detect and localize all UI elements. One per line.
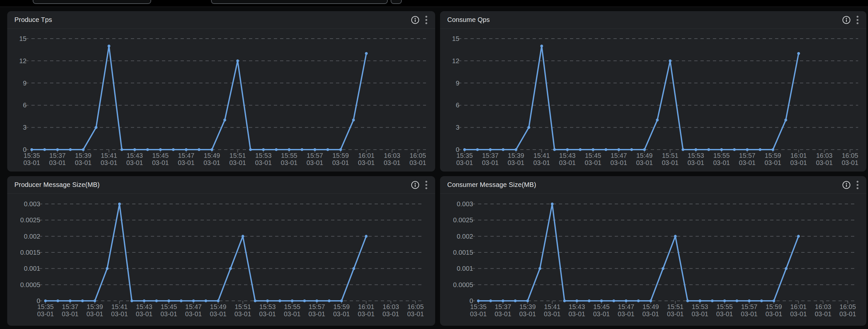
info-icon[interactable] [411,181,420,189]
svg-text:03-01: 03-01 [482,159,499,166]
svg-text:6: 6 [23,101,27,109]
svg-text:03-01: 03-01 [559,159,576,166]
svg-text:03-01: 03-01 [495,310,512,318]
svg-text:03-01: 03-01 [382,310,399,318]
svg-text:15:41: 15:41 [111,303,128,310]
svg-text:03-01: 03-01 [456,159,473,166]
svg-text:15:51: 15:51 [229,152,246,159]
svg-text:15:43: 15:43 [127,152,143,159]
consume-qps-chart[interactable]: 0369121515:3503-0115:3703-0115:3903-0115… [440,29,866,172]
svg-text:03-01: 03-01 [49,159,66,166]
svg-text:16:03: 16:03 [383,303,399,310]
svg-text:16:01: 16:01 [358,152,375,159]
panel-title: Produce Tps [14,16,52,24]
svg-text:03-01: 03-01 [178,159,194,166]
topbar-input-left[interactable] [33,0,151,4]
consumer-message-size-chart[interactable]: 00.00050.0010.00150.0020.00250.00315:350… [440,194,866,326]
svg-text:03-01: 03-01 [126,159,143,166]
svg-text:03-01: 03-01 [585,159,601,166]
svg-text:03-01: 03-01 [281,159,298,166]
svg-text:15:53: 15:53 [692,303,708,310]
panel-title: Producer Message Size(MB) [14,181,100,188]
svg-text:16:05: 16:05 [840,303,856,310]
svg-text:16:03: 16:03 [816,152,832,159]
svg-text:03-01: 03-01 [136,310,152,318]
svg-text:0.0015: 0.0015 [453,249,473,256]
svg-text:15:39: 15:39 [87,303,103,310]
svg-text:03-01: 03-01 [716,310,733,318]
svg-text:15:35: 15:35 [37,303,54,310]
svg-text:15:57: 15:57 [307,152,323,159]
svg-text:03-01: 03-01 [307,159,323,166]
svg-text:03-01: 03-01 [713,159,730,166]
svg-text:15:35: 15:35 [470,303,487,310]
svg-text:0.0005: 0.0005 [453,281,473,289]
svg-text:15:57: 15:57 [739,152,755,159]
svg-text:15:55: 15:55 [716,303,733,310]
svg-text:15:51: 15:51 [235,303,251,310]
svg-text:03-01: 03-01 [687,159,704,166]
svg-text:03-01: 03-01 [332,159,349,166]
panel-producer-message-size: Producer Message Size(MB) 00.00050.0010.… [7,176,435,326]
svg-text:0.001: 0.001 [457,265,473,272]
svg-text:03-01: 03-01 [470,310,487,318]
svg-text:03-01: 03-01 [642,310,659,318]
kebab-menu-icon[interactable] [856,15,859,25]
svg-text:16:05: 16:05 [410,152,426,159]
topbar [0,0,868,7]
svg-text:3: 3 [456,124,459,131]
panel-produce-tps: Produce Tps 0369121515:3503-0115:3703-01… [7,11,435,172]
svg-text:03-01: 03-01 [409,159,426,166]
svg-text:15:45: 15:45 [152,152,168,159]
produce-tps-chart[interactable]: 0369121515:3503-0115:3703-0115:3903-0115… [7,29,435,172]
svg-text:15:39: 15:39 [508,152,524,159]
svg-text:0.0015: 0.0015 [20,249,40,256]
info-icon[interactable] [411,16,420,24]
kebab-menu-icon[interactable] [856,180,859,190]
svg-text:16:01: 16:01 [358,303,374,310]
svg-text:03-01: 03-01 [841,159,858,166]
svg-text:6: 6 [456,101,459,109]
svg-text:15:51: 15:51 [667,303,683,310]
svg-text:03-01: 03-01 [37,310,54,318]
svg-text:16:05: 16:05 [842,152,858,159]
svg-text:0.003: 0.003 [457,200,473,208]
svg-text:15:39: 15:39 [75,152,91,159]
topbar-input-right[interactable] [211,0,388,4]
panel-actions [842,180,859,190]
panel-header: Produce Tps [7,11,435,29]
panel-header: Producer Message Size(MB) [7,176,435,194]
kebab-menu-icon[interactable] [425,180,428,190]
kebab-menu-icon[interactable] [425,15,428,25]
info-icon[interactable] [842,16,851,24]
svg-text:03-01: 03-01 [692,310,708,318]
svg-text:03-01: 03-01 [407,310,424,318]
svg-text:15:43: 15:43 [559,152,576,159]
svg-text:15:55: 15:55 [284,303,300,310]
svg-text:15:39: 15:39 [520,303,536,310]
svg-text:03-01: 03-01 [86,310,103,318]
svg-text:03-01: 03-01 [160,310,177,318]
svg-text:16:03: 16:03 [815,303,831,310]
svg-text:03-01: 03-01 [255,159,272,166]
svg-text:03-01: 03-01 [593,310,610,318]
svg-text:15:47: 15:47 [185,303,202,310]
panel-actions [842,15,859,25]
svg-text:0.002: 0.002 [457,233,473,240]
svg-text:12: 12 [452,57,459,64]
svg-text:9: 9 [456,80,459,87]
svg-text:03-01: 03-01 [611,159,627,166]
svg-text:16:05: 16:05 [407,303,424,310]
producer-message-size-chart[interactable]: 00.00050.0010.00150.0020.00250.00315:350… [7,194,435,326]
svg-text:03-01: 03-01 [358,310,375,318]
svg-text:03-01: 03-01 [839,310,856,318]
svg-text:15:59: 15:59 [766,303,782,310]
topbar-mini-button[interactable] [391,0,402,4]
svg-text:03-01: 03-01 [790,159,807,166]
info-icon[interactable] [842,181,851,189]
svg-text:15:37: 15:37 [495,303,511,310]
svg-text:03-01: 03-01 [333,310,350,318]
svg-text:03-01: 03-01 [204,159,220,166]
svg-text:12: 12 [19,57,27,64]
svg-text:15:49: 15:49 [637,152,653,159]
